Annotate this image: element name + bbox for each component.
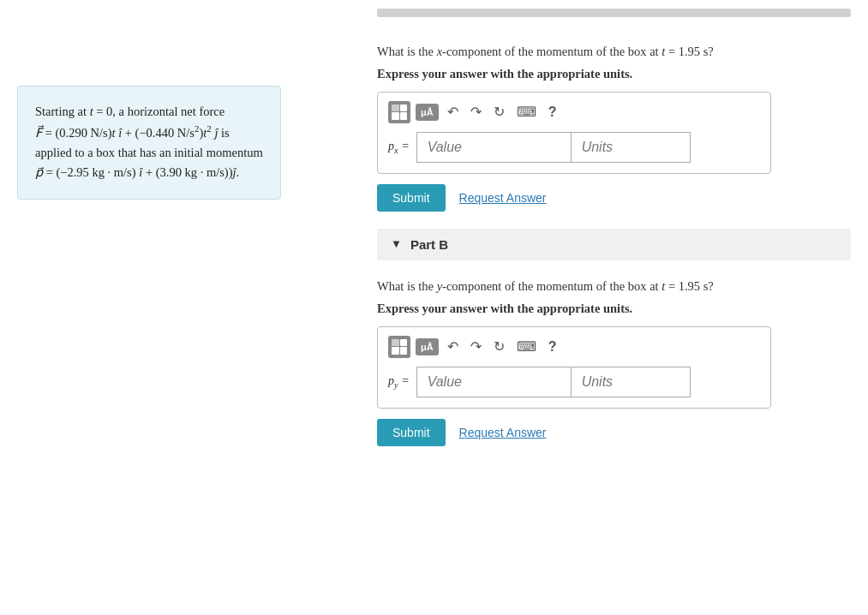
part-a-action-row: Submit Request Answer: [377, 184, 851, 212]
reset-button[interactable]: ↻: [490, 102, 508, 122]
part-a-input-row: px =: [388, 132, 760, 163]
part-b-help-button[interactable]: ?: [545, 337, 560, 356]
part-b-label: Part B: [410, 237, 448, 252]
part-b-section: What is the y-component of the momentum …: [377, 278, 851, 446]
part-a-prompt: Express your answer with the appropriate…: [377, 67, 851, 81]
part-a-units-input[interactable]: [571, 132, 691, 163]
part-b-units-input[interactable]: [571, 367, 691, 397]
part-b-keyboard-button[interactable]: ⌨: [513, 337, 540, 356]
part-b-label-eq: py =: [388, 374, 410, 390]
progress-bar: [377, 9, 851, 17]
left-panel: Starting at t = 0, a horizontal net forc…: [0, 0, 360, 615]
part-b-submit-button[interactable]: Submit: [377, 419, 446, 446]
right-panel: What is the x-component of the momentum …: [360, 0, 868, 615]
problem-statement: Starting at t = 0, a horizontal net forc…: [17, 86, 281, 200]
part-b-value-input[interactable]: [416, 367, 571, 397]
part-a-label: px =: [388, 140, 410, 155]
grid-icon-button[interactable]: [388, 101, 410, 123]
part-b-reset-button[interactable]: ↻: [490, 337, 508, 356]
part-b-question: What is the y-component of the momentum …: [377, 278, 851, 296]
part-a-value-input[interactable]: [416, 132, 571, 163]
part-b-request-answer-link[interactable]: Request Answer: [459, 426, 547, 439]
part-b-mu-icon-button[interactable]: μÅ: [416, 338, 439, 355]
part-b-prompt: Express your answer with the appropriate…: [377, 302, 851, 316]
part-a-toolbar: μÅ ↶ ↷ ↻ ⌨ ?: [388, 101, 760, 123]
part-a-section: What is the x-component of the momentum …: [377, 43, 851, 212]
keyboard-button[interactable]: ⌨: [513, 102, 540, 122]
help-button[interactable]: ?: [545, 103, 560, 122]
part-a-request-answer-link[interactable]: Request Answer: [459, 191, 547, 205]
part-b-answer-box: μÅ ↶ ↷ ↻ ⌨ ? py =: [377, 326, 771, 409]
redo-button[interactable]: ↷: [467, 102, 485, 122]
mu-icon-button[interactable]: μÅ: [416, 104, 439, 121]
undo-button[interactable]: ↶: [444, 102, 462, 122]
part-a-question: What is the x-component of the momentum …: [377, 43, 851, 62]
part-b-collapse-arrow[interactable]: ▼: [391, 237, 402, 251]
part-b-input-row: py =: [388, 367, 760, 397]
part-b-toolbar: μÅ ↶ ↷ ↻ ⌨ ?: [388, 336, 760, 358]
part-b-redo-button[interactable]: ↷: [467, 337, 485, 356]
part-a-answer-box: μÅ ↶ ↷ ↻ ⌨ ? px =: [377, 92, 771, 174]
part-b-action-row: Submit Request Answer: [377, 419, 851, 446]
problem-text: Starting at t = 0, a horizontal net forc…: [35, 102, 263, 183]
part-b-grid-icon-button[interactable]: [388, 336, 410, 358]
part-b-undo-button[interactable]: ↶: [444, 337, 462, 356]
part-a-submit-button[interactable]: Submit: [377, 184, 446, 212]
part-b-header: ▼ Part B: [377, 229, 851, 260]
